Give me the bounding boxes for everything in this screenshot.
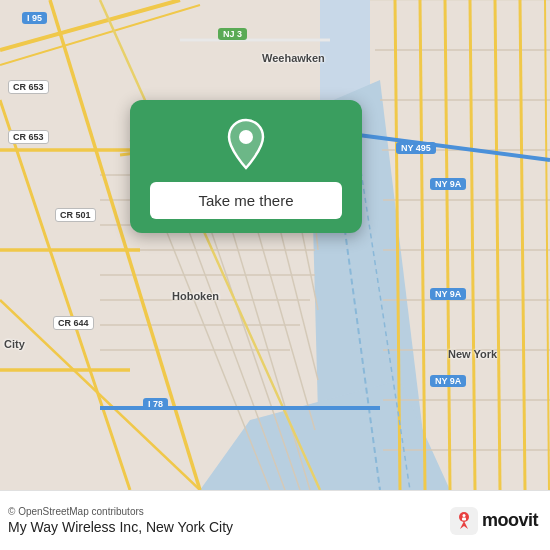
road-badge-ny9a2: NY 9A [430, 288, 466, 300]
location-name: My Way Wireless Inc, New York City [8, 519, 233, 535]
road-badge-i78: I 78 [143, 398, 168, 410]
road-badge-cr501: CR 501 [55, 208, 96, 222]
label-hoboken: Hoboken [172, 290, 219, 302]
bottom-bar: © OpenStreetMap contributors My Way Wire… [0, 490, 550, 550]
moovit-icon [450, 507, 478, 535]
map-view: I 95 NJ 3 CR 653 CR 653 CR 6 CR 501 CR 6… [0, 0, 550, 490]
location-info: © OpenStreetMap contributors My Way Wire… [8, 506, 233, 535]
label-newyork: New York [448, 348, 497, 360]
road-badge-ny9a1: NY 9A [430, 178, 466, 190]
road-badge-cr653b: CR 653 [8, 130, 49, 144]
moovit-text: moovit [482, 510, 538, 531]
road-badge-ny9a3: NY 9A [430, 375, 466, 387]
road-badge-cr644: CR 644 [53, 316, 94, 330]
road-badge-ny495: NY 495 [396, 142, 436, 154]
osm-credit: © OpenStreetMap contributors [8, 506, 233, 517]
take-me-there-button[interactable]: Take me there [150, 182, 342, 219]
road-badge-cr653a: CR 653 [8, 80, 49, 94]
location-popup: Take me there [130, 100, 362, 233]
road-badge-i95: I 95 [22, 12, 47, 24]
svg-point-59 [462, 514, 465, 517]
label-weehawken: Weehawken [262, 52, 325, 64]
svg-rect-60 [462, 517, 466, 520]
map-pin-icon [220, 118, 272, 170]
road-badge-nj3: NJ 3 [218, 28, 247, 40]
label-city: City [4, 338, 25, 350]
moovit-logo: moovit [450, 507, 538, 535]
svg-point-56 [239, 130, 253, 144]
